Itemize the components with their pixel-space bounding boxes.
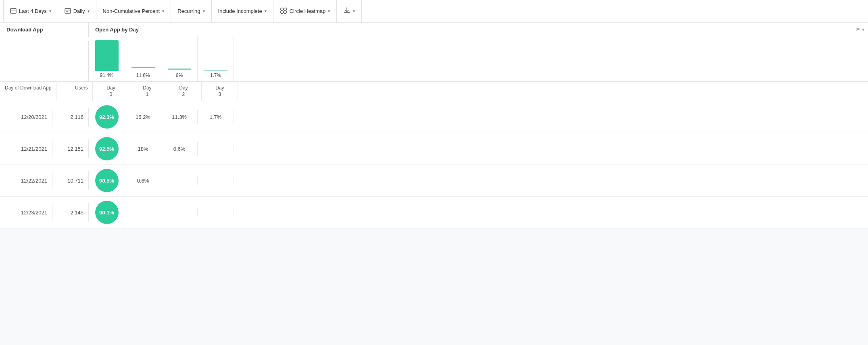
day2-bar <box>168 69 191 71</box>
chart-type-button[interactable]: Circle Heatmap ▾ <box>273 0 337 22</box>
day0-circle: 92.3% <box>95 105 119 129</box>
metric-button[interactable]: Non-Cumulative Percent ▾ <box>96 0 171 22</box>
day0-bar <box>95 40 119 71</box>
chevron-down-icon: ▾ <box>265 9 267 13</box>
chart-type-label: Circle Heatmap <box>290 8 326 14</box>
users-cell: 2,116 <box>52 108 89 127</box>
main-table: Download App Open App by Day ⚑ ▾ 91.4% 1… <box>0 23 868 229</box>
day0-circle: 92.5% <box>95 137 119 160</box>
users-cell: 10,711 <box>52 171 89 190</box>
chevron-down-icon: ▾ <box>162 9 164 13</box>
date-range-label: Last 4 Days <box>19 8 47 14</box>
chevron-down-icon: ▾ <box>203 9 205 13</box>
day3-cell: 1.7% <box>198 110 234 124</box>
svg-rect-4 <box>65 8 71 13</box>
metric-label: Non-Cumulative Percent <box>103 8 160 14</box>
users-cell: 12,151 <box>52 139 89 158</box>
svg-point-10 <box>284 8 286 11</box>
day1-cell <box>125 208 161 216</box>
chevron-down-icon: ▾ <box>49 9 51 13</box>
day2-cell <box>161 208 198 216</box>
svg-point-9 <box>280 8 283 11</box>
table-row: 12/21/202112,15192.5%18%0.6% <box>0 133 868 165</box>
table-row: 12/20/20212,11692.3%16.2%11.3%1.7% <box>0 101 868 133</box>
col-header-day2: Day2 <box>165 82 202 101</box>
table-row: 12/22/202110,71190.5%0.6% <box>0 165 868 197</box>
date-cell: 12/20/2021 <box>0 108 52 127</box>
day2-cell: 0.6% <box>161 142 198 156</box>
frequency-button[interactable]: Daily ▾ <box>58 0 96 22</box>
include-incomplete-label: Include Incomplete <box>218 8 262 14</box>
day1-cell: 18% <box>125 142 161 156</box>
col-header-day3: Day3 <box>202 82 238 101</box>
date-cell: 12/22/2021 <box>0 171 52 190</box>
day1-summary-label: 11.6% <box>136 73 150 78</box>
chevron-down-icon: ▾ <box>88 9 90 13</box>
day1-cell: 16.2% <box>125 110 161 124</box>
day3-summary-label: 1.7% <box>210 73 221 78</box>
calendar-icon <box>10 7 17 15</box>
download-icon <box>343 7 351 15</box>
calendar-freq-icon <box>65 7 71 15</box>
day3-bar <box>204 70 227 71</box>
download-app-title: Download App <box>0 23 89 37</box>
col-header-day1: Day1 <box>129 82 165 101</box>
recurring-label: Recurring <box>177 8 200 14</box>
day1-bar <box>131 67 155 71</box>
col-header-date: Day of Download App <box>0 82 56 101</box>
circles-icon <box>280 7 287 15</box>
date-cell: 12/23/2021 <box>0 203 52 222</box>
flag-icon: ⚑ <box>855 27 860 33</box>
users-cell: 2,145 <box>52 203 89 222</box>
open-app-title: Open App by Day <box>89 23 145 37</box>
date-cell: 12/21/2021 <box>0 139 52 158</box>
day3-cell <box>198 208 234 216</box>
day3-cell <box>198 145 234 153</box>
chevron-down-icon: ▾ <box>328 9 330 13</box>
day0-circle: 90.1% <box>95 201 119 224</box>
day2-cell: 11.3% <box>161 110 198 124</box>
data-rows: 12/20/20212,11692.3%16.2%11.3%1.7%12/21/… <box>0 101 868 229</box>
svg-point-12 <box>284 11 286 14</box>
table-row: 12/23/20212,14590.1% <box>0 197 868 229</box>
chevron-down-icon: ▾ <box>862 27 865 33</box>
day0-cell: 90.1% <box>89 197 125 228</box>
col-header-day0: Day0 <box>93 82 129 101</box>
day0-cell: 92.3% <box>89 101 125 133</box>
day0-summary-label: 91.4% <box>100 73 113 78</box>
download-button[interactable]: ▾ <box>337 0 362 22</box>
day0-cell: 90.5% <box>89 165 125 196</box>
date-range-button[interactable]: Last 4 Days ▾ <box>3 0 58 22</box>
recurring-button[interactable]: Recurring ▾ <box>171 0 211 22</box>
day1-cell: 0.6% <box>125 174 161 188</box>
toolbar: Last 4 Days ▾ Daily ▾ Non-Cumulative Per… <box>0 0 868 23</box>
frequency-label: Daily <box>73 8 85 14</box>
chevron-down-icon: ▾ <box>353 9 355 13</box>
include-incomplete-button[interactable]: Include Incomplete ▾ <box>212 0 273 22</box>
col-header-users: Users <box>56 82 93 101</box>
svg-point-11 <box>280 11 283 14</box>
svg-rect-0 <box>10 8 16 13</box>
day0-cell: 92.5% <box>89 133 125 164</box>
day2-summary-label: 6% <box>176 73 183 78</box>
day0-circle: 90.5% <box>95 169 119 192</box>
day3-cell <box>198 177 234 185</box>
day2-cell <box>161 177 198 185</box>
